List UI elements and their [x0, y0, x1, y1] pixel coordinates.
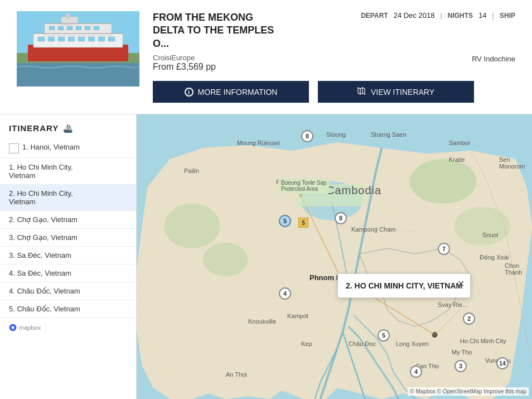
- map-marker-8a: 8: [301, 130, 313, 142]
- list-item[interactable]: 5. Châu Đốc, Vietnam: [0, 300, 136, 318]
- svg-rect-12: [98, 37, 105, 41]
- svg-rect-43: [298, 184, 365, 206]
- cruise-image: [17, 11, 139, 86]
- ship-label: SHIP: [500, 12, 515, 20]
- svg-point-28: [12, 326, 14, 329]
- mapbox-text: mapbox: [19, 324, 41, 331]
- btn-itinerary-label: VIEW ITINERARY: [371, 88, 434, 97]
- depart-label: DEPART: [361, 12, 388, 20]
- list-item[interactable]: 1. Hanoi, Vietnam: [0, 138, 136, 158]
- cruise-buttons: i MORE INFORMATION VIEW ITINERARY: [153, 81, 515, 103]
- map-area[interactable]: Stoung Stueng Saen Sambor Kratie Sen Mon…: [137, 114, 532, 399]
- nights-value: 14: [478, 11, 486, 20]
- list-item[interactable]: 3. Chợ Gạo, Vietnam: [0, 229, 136, 247]
- item-label: 1. Hanoi, Vietnam: [22, 143, 80, 151]
- item-checkbox: [9, 143, 19, 153]
- itinerary-title: ITINERARY: [9, 123, 59, 133]
- list-item[interactable]: 1. Ho Chi Minh City,Vietnam: [0, 158, 136, 185]
- popup-title: 2. HO CHI MINH CITY, VIETNAM: [346, 281, 462, 291]
- cruise-card: FROM THE MEKONG DELTA TO THE TEMPLES O..…: [0, 0, 532, 114]
- svg-rect-14: [49, 26, 55, 30]
- svg-point-32: [454, 206, 510, 246]
- item-label: 5. Châu Đốc, Vietnam: [9, 305, 80, 313]
- map-marker-8b: 8: [335, 212, 347, 224]
- svg-rect-18: [85, 26, 90, 30]
- attribution-text: © Mapbox © OpenStreetMap Improve this ma…: [410, 388, 526, 395]
- item-label: 2. Chợ Gạo, Vietnam: [9, 215, 78, 224]
- cruise-meta: DEPART 24 Dec 2018 | NIGHTS 14 | SHIP: [361, 11, 515, 20]
- map-marker-14: 14: [496, 357, 509, 369]
- popup-close-button[interactable]: ✕: [457, 278, 465, 289]
- map-marker-4b: 4: [410, 366, 422, 378]
- depart-date: 24 Dec 2018: [394, 11, 435, 20]
- flag-icon: 🚢: [63, 124, 72, 133]
- map-icon: [357, 86, 366, 97]
- price-value: £3,569 pp: [176, 62, 216, 71]
- sep2: |: [492, 11, 494, 20]
- svg-rect-10: [78, 37, 85, 41]
- svg-rect-7: [48, 37, 55, 41]
- svg-marker-24: [358, 88, 365, 94]
- cruise-info: FROM THE MEKONG DELTA TO THE TEMPLES O..…: [153, 11, 515, 103]
- sep1: |: [440, 11, 442, 20]
- cruise-header-row: FROM THE MEKONG DELTA TO THE TEMPLES O..…: [153, 11, 515, 50]
- cruise-title: FROM THE MEKONG DELTA TO THE TEMPLES O..…: [153, 11, 287, 50]
- map-marker-2: 2: [463, 313, 475, 325]
- svg-point-31: [410, 159, 477, 204]
- svg-rect-8: [58, 37, 65, 41]
- item-label: 1. Ho Chi Minh City,Vietnam: [9, 163, 73, 180]
- view-itinerary-button[interactable]: VIEW ITINERARY: [318, 81, 474, 103]
- nights-label: NIGHTS: [448, 12, 473, 20]
- svg-rect-16: [67, 26, 72, 30]
- svg-rect-9: [68, 37, 75, 41]
- page-wrapper: FROM THE MEKONG DELTA TO THE TEMPLES O..…: [0, 0, 532, 399]
- svg-point-33: [204, 243, 248, 276]
- map-marker-3: 3: [454, 360, 467, 372]
- item-label: 2. Ho Chi Minh City,Vietnam: [9, 189, 73, 206]
- main-content: ITINERARY 🚢 1. Hanoi, Vietnam 1. Ho Chi …: [0, 114, 532, 399]
- btn-info-label: MORE INFORMATION: [198, 88, 278, 97]
- svg-rect-15: [58, 26, 64, 30]
- item-label: 3. Sa Đéc, Vietnam: [9, 251, 71, 259]
- map-marker-5: 5: [279, 215, 291, 227]
- road-5-sign: 5: [298, 218, 308, 228]
- item-label: 4. Châu Đốc, Vietnam: [9, 287, 80, 295]
- list-item[interactable]: 2. Ho Chi Minh City,Vietnam: [0, 185, 136, 211]
- svg-point-34: [165, 204, 220, 248]
- map-popup: 2. HO CHI MINH CITY, VIETNAM ✕: [337, 273, 471, 298]
- cruise-company: CroisiEurope: [153, 54, 216, 62]
- mapbox-logo-icon: [9, 324, 17, 331]
- itinerary-list: 1. Hanoi, Vietnam 1. Ho Chi Minh City,Vi…: [0, 138, 136, 318]
- itinerary-header: ITINERARY 🚢: [0, 123, 136, 138]
- svg-rect-13: [108, 37, 115, 41]
- info-icon: i: [185, 88, 194, 97]
- mapbox-attribution: mapbox: [0, 318, 136, 337]
- itinerary-sidebar: ITINERARY 🚢 1. Hanoi, Vietnam 1. Ho Chi …: [0, 114, 137, 399]
- svg-rect-6: [38, 37, 45, 41]
- more-information-button[interactable]: i MORE INFORMATION: [153, 81, 309, 103]
- map-marker-7b: 7: [438, 243, 450, 255]
- list-item[interactable]: 4. Châu Đốc, Vietnam: [0, 282, 136, 300]
- svg-rect-11: [88, 37, 95, 41]
- list-item[interactable]: 2. Chợ Gạo, Vietnam: [0, 211, 136, 229]
- list-item[interactable]: 4. Sa Đéc, Vietnam: [0, 265, 136, 282]
- item-label: 3. Chợ Gạo, Vietnam: [9, 233, 78, 242]
- price-prefix: From: [153, 62, 176, 71]
- map-attribution: © Mapbox © OpenStreetMap Improve this ma…: [408, 387, 529, 396]
- svg-rect-1: [17, 61, 139, 86]
- svg-rect-19: [94, 26, 99, 30]
- map-marker-5b: 5: [378, 329, 390, 342]
- map-marker-4a: 4: [279, 287, 291, 300]
- list-item[interactable]: 3. Sa Đéc, Vietnam: [0, 247, 136, 265]
- svg-rect-17: [76, 26, 81, 30]
- svg-rect-21: [66, 13, 70, 19]
- cruise-price: From £3,569 pp: [153, 62, 216, 72]
- ship-name: RV Indochine: [472, 54, 515, 63]
- item-label: 4. Sa Đéc, Vietnam: [9, 269, 71, 277]
